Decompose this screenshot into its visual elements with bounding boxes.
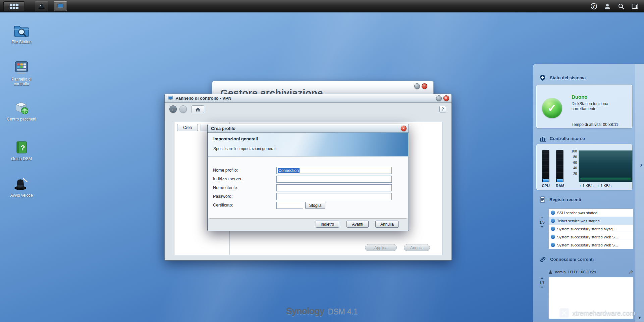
- desktop-icon-quick-start[interactable]: Avvio veloce: [5, 176, 38, 198]
- home-button[interactable]: [192, 105, 204, 113]
- logs-pager: ▲ 1/5 ▼: [537, 216, 547, 229]
- certificate-input[interactable]: [276, 202, 303, 209]
- dialog-separator: [210, 218, 407, 219]
- forward-button[interactable]: →: [179, 105, 187, 113]
- cpu-label: CPU: [542, 184, 550, 188]
- log-text: System successfully started Web S...: [557, 243, 618, 247]
- connection-row[interactable]: admin HTTP 00:30:29: [548, 268, 634, 276]
- desktop-icon-dsm-help[interactable]: ? Guida DSM: [5, 140, 38, 162]
- apply-button[interactable]: Applica: [365, 244, 397, 251]
- status-value: Buono: [572, 94, 587, 100]
- resource-monitor-card: CPU RAM 100 80 60 40 20 ↑ 1 KB/s ↓ 1 KB/…: [536, 144, 632, 190]
- browse-button[interactable]: Sfoglia: [305, 202, 325, 209]
- status-description: DiskStation funziona correttamente.: [572, 101, 627, 111]
- desktop-icon-control-panel[interactable]: Pannello di controllo: [5, 60, 38, 87]
- connection-time: 00:30:29: [581, 270, 596, 274]
- desktop-icon-package-center[interactable]: Centro pacchetti: [5, 100, 38, 122]
- help-circle-icon: ?: [591, 3, 597, 9]
- desktop-icon-label: Pannello di controllo: [5, 77, 38, 87]
- user-menu-button[interactable]: [603, 2, 612, 11]
- close-button[interactable]: ×: [401, 126, 407, 131]
- package-center-icon: [13, 100, 30, 116]
- cancel-button[interactable]: Annulla: [404, 244, 430, 251]
- dialog-header: Impostazioni generali Specificare le imp…: [208, 133, 408, 156]
- create-button[interactable]: Crea: [177, 124, 198, 131]
- pilot-view-button[interactable]: [631, 2, 639, 11]
- certificate-label: Certificato:: [213, 203, 233, 208]
- pilot-view-icon: [632, 3, 638, 9]
- info-icon: i: [551, 219, 555, 223]
- profile-name-input[interactable]: Connection: [276, 167, 392, 174]
- log-text: Telnet service was started.: [557, 219, 601, 223]
- current-connections-header: Connessioni correnti: [539, 256, 594, 263]
- dialog-title: Crea profilo: [211, 126, 235, 131]
- main-menu-button[interactable]: [3, 1, 25, 11]
- widget-title: Registri recenti: [549, 197, 581, 202]
- desktop-icon-label: Centro pacchetti: [5, 117, 38, 122]
- log-icon: [539, 196, 546, 203]
- dsm-help-icon: ?: [13, 140, 30, 155]
- cancel-button[interactable]: Annulla: [375, 221, 399, 228]
- username-label: Nome utente:: [213, 185, 238, 190]
- resource-monitor-header: Controllo risorse: [539, 135, 585, 142]
- info-icon: i: [551, 235, 555, 239]
- taskbar-item-quick-launch[interactable]: [35, 1, 48, 11]
- help-button[interactable]: ?: [589, 2, 598, 11]
- download-arrow-icon: ↓: [597, 184, 599, 188]
- ram-gauge-fill: [557, 179, 563, 182]
- disconnect-icon[interactable]: [628, 270, 634, 274]
- log-row[interactable]: i SSH service was started.: [549, 209, 633, 217]
- dialog-titlebar[interactable]: Crea profilo ×: [208, 124, 409, 133]
- page-down-arrow[interactable]: ▼: [541, 226, 544, 229]
- log-row[interactable]: i System successfully started Web S...: [549, 241, 633, 249]
- minimize-button[interactable]: —: [414, 83, 420, 89]
- page-indicator: 1/5: [539, 220, 544, 224]
- minimize-button[interactable]: —: [436, 95, 442, 101]
- server-address-input[interactable]: [276, 176, 392, 183]
- page-up-arrow[interactable]: ▲: [541, 276, 544, 279]
- log-row[interactable]: i System successfully started Web S...: [549, 233, 633, 241]
- password-label: Password:: [213, 194, 232, 199]
- username-input[interactable]: [276, 184, 392, 191]
- connection-user: admin: [555, 270, 566, 274]
- pane-scroll-down[interactable]: ▼: [638, 315, 642, 320]
- page-down-arrow[interactable]: ▼: [541, 286, 544, 289]
- resource-next-arrow[interactable]: ›: [640, 161, 642, 169]
- close-button[interactable]: ×: [422, 83, 427, 89]
- section-title: Impostazioni generali: [213, 136, 258, 141]
- password-input[interactable]: [276, 193, 392, 200]
- vpn-titlebar[interactable]: Pannello di controllo - VPN — ×: [165, 94, 451, 103]
- watermark-logo: [559, 308, 569, 318]
- context-help-button[interactable]: ?: [439, 106, 446, 112]
- network-throughput: ↑ 1 KB/s ↓ 1 KB/s: [579, 184, 611, 188]
- next-button[interactable]: Avanti: [346, 221, 369, 228]
- log-row-selected[interactable]: i Telnet service was started.: [549, 217, 633, 225]
- connections-pager: ▲ 1/1 ▼: [537, 276, 547, 289]
- desktop-icon-label: Avvio veloce: [5, 193, 38, 198]
- close-button[interactable]: ×: [443, 95, 449, 101]
- back-button[interactable]: ←: [169, 105, 177, 113]
- ram-label: RAM: [556, 184, 564, 188]
- link-icon: [539, 256, 546, 263]
- recent-logs-header: Registri recenti: [539, 196, 581, 203]
- apps-grid-icon: [10, 4, 18, 9]
- log-row[interactable]: i System successfully started Mysql...: [549, 225, 633, 233]
- desktop-icon-file-station[interactable]: File Station: [5, 23, 38, 45]
- download-value: 1 KB/s: [600, 184, 611, 188]
- monitor-icon: [57, 3, 64, 9]
- scale-tick: 40: [568, 166, 577, 170]
- scale-tick: 80: [568, 155, 577, 159]
- taskbar-item-control-panel[interactable]: [54, 1, 67, 11]
- connection-protocol: HTTP: [568, 270, 578, 274]
- widget-title: Controllo risorse: [550, 136, 585, 141]
- user-silhouette-icon: [604, 3, 611, 10]
- cpu-gauge: [542, 150, 549, 182]
- page-up-arrow[interactable]: ▲: [541, 216, 544, 219]
- search-button[interactable]: [617, 2, 626, 11]
- system-status-card: ✓ Buono DiskStation funziona correttamen…: [536, 85, 632, 128]
- scale-tick: 20: [568, 172, 577, 176]
- log-text: System successfully started Web S...: [557, 235, 618, 239]
- back-button[interactable]: Indietro: [316, 221, 339, 228]
- info-icon: i: [551, 243, 555, 247]
- scale-tick: 100: [568, 149, 577, 153]
